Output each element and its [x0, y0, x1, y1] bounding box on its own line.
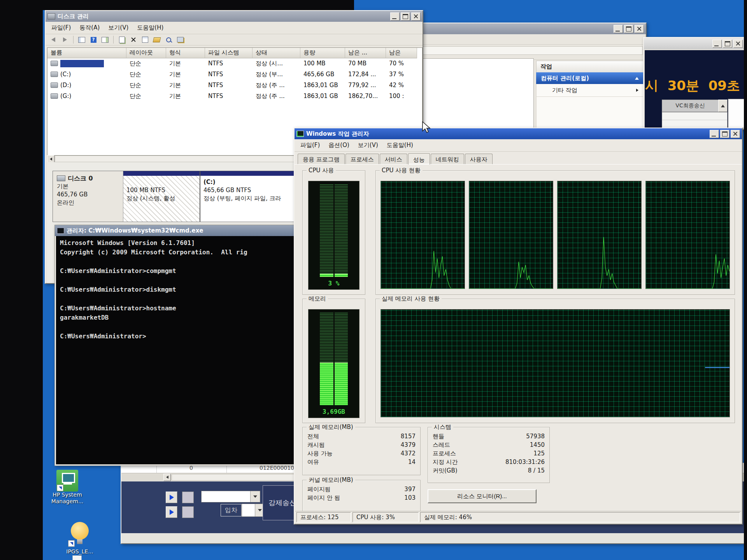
maximize-button[interactable] [720, 130, 729, 138]
cmd-titlebar[interactable]: 관리자: C:₩Windows₩system32₩cmd.exe [55, 225, 295, 236]
disk-management-title: 디스크 관리 [58, 13, 89, 20]
partition-system-reserved[interactable]: 100 MB NTFS 정상 (시스템, 활성 [123, 171, 200, 222]
tab-processes[interactable]: 프로세스 [345, 154, 379, 164]
desktop-icon-ipgs[interactable]: IPGS_LE... [58, 522, 101, 555]
close-button[interactable] [731, 130, 740, 138]
resource-monitor-button[interactable]: 리소스 모니터(R)... [428, 489, 537, 503]
volume-icon [51, 72, 58, 77]
partial-desktop-icon[interactable] [72, 555, 82, 560]
column-capacity[interactable]: 용량 [300, 48, 345, 58]
cpu-history-label: CPU 사용 현황 [380, 167, 423, 174]
tab-applications[interactable]: 응용 프로그램 [298, 154, 345, 164]
scroll-up-button[interactable] [718, 100, 728, 112]
menu-file[interactable]: 파일(F) [296, 140, 324, 150]
minimize-button[interactable] [710, 130, 719, 138]
monitor-bezel-left [0, 0, 43, 560]
menu-help[interactable]: 도움말(H) [133, 23, 168, 33]
icon-label: IPGS_LE... [58, 548, 101, 555]
search-icon[interactable] [164, 36, 173, 44]
task-manager-titlebar[interactable]: Windows 작업 관리자 [295, 128, 742, 139]
manage-computer-icon[interactable] [175, 36, 185, 44]
volume-row[interactable]: 단순기본 NTFS정상 (시... 100 MB70 MB 70 % [47, 58, 422, 69]
disk-management-icon [47, 13, 55, 19]
scroll-left-button[interactable] [163, 474, 171, 481]
monitor-icon [62, 473, 75, 483]
volume-row[interactable]: (D:) 단순기본 NTFS정상 (주 ... 1863,01 GB779,92… [47, 80, 422, 91]
console-tree-icon[interactable] [77, 36, 86, 44]
column-volume[interactable]: 볼륨 [47, 48, 126, 58]
cmd-icon [57, 228, 64, 234]
volume-row[interactable]: (C:) 단순기본 NTFS정상 (부... 465,66 GB172,84 .… [47, 69, 422, 80]
ipgs-combo-small[interactable] [242, 504, 265, 517]
menu-view[interactable]: 보기(V) [104, 23, 133, 33]
vc-row [662, 112, 727, 120]
tab-services[interactable]: 서비스 [380, 154, 407, 164]
tab-users[interactable]: 사용자 [465, 154, 493, 164]
menu-options[interactable]: 옵션(O) [324, 140, 354, 150]
close-button[interactable] [635, 25, 644, 33]
menu-file[interactable]: 파일(F) [47, 23, 75, 33]
maximize-button[interactable] [624, 25, 633, 33]
physical-memory-title: 실제 메모리(MB) [307, 424, 355, 431]
minimize-button[interactable] [390, 12, 400, 21]
close-button[interactable] [411, 12, 421, 21]
maximize-button[interactable] [401, 12, 410, 21]
cmd-output[interactable]: Microsoft Windows [Version 6.1.7601] Cop… [56, 236, 294, 464]
forward-icon[interactable] [60, 36, 70, 44]
refresh-icon[interactable] [117, 36, 126, 44]
collapse-icon[interactable] [635, 77, 639, 80]
disk0-kind: 기본 [57, 182, 119, 191]
column-type[interactable]: 형식 [166, 48, 205, 58]
tab-performance[interactable]: 성능 [408, 153, 430, 164]
cpu-gauge-group: CPU 사용 3 % [302, 170, 365, 295]
ipgs-combo-large[interactable] [201, 491, 260, 502]
help-icon[interactable]: ? [89, 36, 98, 44]
monitor-bezel-top [0, 0, 354, 10]
partition-color-bar [123, 171, 200, 176]
memory-gauge: 3,69GB [308, 309, 359, 418]
open-folder-icon[interactable] [152, 36, 161, 44]
back-icon[interactable] [49, 36, 58, 44]
play-button[interactable] [166, 506, 177, 518]
task-manager-statusbar: 프로세스: 125 CPU 사용: 3% 실제 메모리: 46% [295, 511, 741, 523]
volume-row[interactable]: (G:) 단순기본 NTFS정상 (주 ... 1863,01 GB1862,7… [47, 91, 422, 102]
disk-management-titlebar[interactable]: 디스크 관리 [46, 11, 423, 22]
task-manager-title: Windows 작업 관리자 [306, 130, 369, 138]
clock-panel: 14시 30분 09초 [645, 50, 744, 99]
scroll-left-button[interactable] [47, 155, 54, 163]
desktop-icon-hp-system[interactable]: HP System Managem... [46, 470, 89, 505]
bulb-base-icon [77, 539, 82, 544]
actions-root-item[interactable]: 컴퓨터 관리(로컬) [536, 72, 644, 84]
cmd-window: 관리자: C:₩Windows₩system32₩cmd.exe Microso… [54, 225, 296, 466]
column-layout[interactable]: 레이아웃 [126, 48, 166, 58]
console-pane-icon[interactable] [100, 36, 110, 44]
column-free-pct[interactable]: 남은 [386, 48, 417, 58]
menu-action[interactable]: 동작(A) [75, 23, 104, 33]
actions-other-tasks[interactable]: 기타 작업 [536, 84, 644, 97]
menu-help[interactable]: 도움말(H) [382, 140, 417, 150]
disk0-name: 디스크 0 [68, 174, 93, 182]
properties-icon[interactable] [140, 36, 150, 44]
vc-column-header[interactable]: VC최종송신 [662, 100, 719, 112]
cpu-history-group: CPU 사용 현황 [375, 170, 735, 295]
dropdown-arrow-icon[interactable] [250, 491, 260, 502]
kernel-memory-title: 커널 메모리(MB) [307, 476, 355, 484]
column-status[interactable]: 상태 [253, 48, 300, 58]
indicator-square [182, 492, 194, 503]
minimize-button[interactable] [614, 25, 623, 33]
minimize-button[interactable] [712, 40, 722, 48]
play-button[interactable] [166, 492, 177, 503]
kernel-memory-group: 커널 메모리(MB) 페이지됨397 페이지 안 됨103 [302, 480, 421, 512]
clock-app-titlebar[interactable] [644, 38, 745, 49]
tab-networking[interactable]: 네트워킹 [431, 154, 464, 164]
close-button[interactable] [733, 40, 743, 48]
column-filesystem[interactable]: 파일 시스템 [205, 48, 253, 58]
menu-view[interactable]: 보기(V) [354, 140, 382, 150]
delete-icon[interactable] [129, 36, 138, 44]
shortcut-arrow-icon [68, 540, 75, 547]
disk0-info[interactable]: 디스크 0 기본 465,76 GB 온라인 [53, 171, 123, 222]
maximize-button[interactable] [723, 40, 732, 48]
memory-gauge-group: 메모리 3,69GB [302, 299, 365, 423]
toolbar-separator [113, 36, 114, 44]
column-free[interactable]: 남은 ... [345, 48, 386, 58]
